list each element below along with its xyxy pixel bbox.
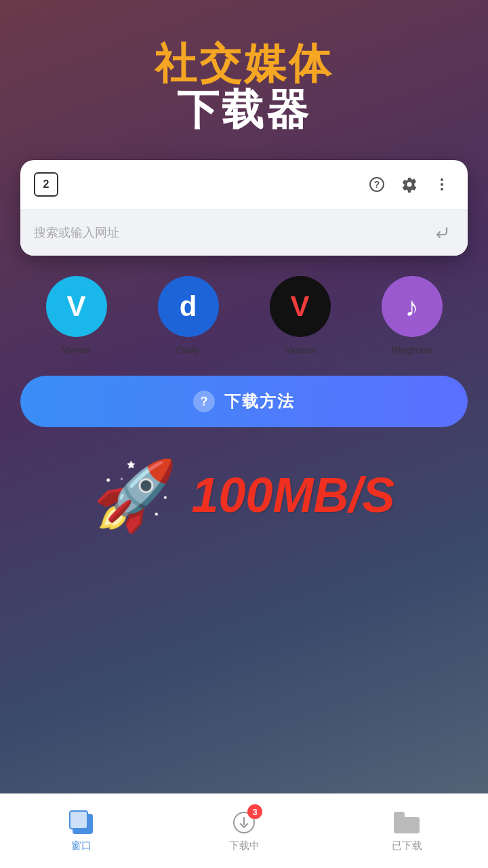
browser-toolbar: 2 ? [20, 160, 468, 209]
search-bar[interactable]: 搜索或输入网址 [20, 209, 468, 256]
daily-label: Daily [177, 344, 199, 355]
nav-downloading[interactable]: 3 下载中 [163, 803, 325, 859]
title-line1: 社交媒体 [14, 41, 474, 87]
videos-icon: V [270, 276, 331, 337]
download-help-icon: ? [193, 391, 215, 412]
downloaded-nav-label: 已下载 [392, 840, 422, 852]
svg-point-4 [441, 188, 443, 191]
svg-point-3 [441, 183, 443, 186]
settings-icon[interactable] [397, 172, 422, 197]
rocket-icon: 🚀 [93, 461, 178, 529]
title-line2: 下载器 [14, 87, 474, 133]
daily-icon: d [158, 276, 219, 337]
enter-icon [430, 220, 454, 245]
shortcut-ringtone[interactable]: ♪ Ringtone [382, 276, 443, 355]
windows-nav-icon [68, 810, 94, 835]
more-icon[interactable] [430, 172, 454, 197]
speed-text: 100MB/S [191, 467, 394, 523]
browser-card: 2 ? 搜索或输入网址 [20, 160, 468, 256]
shortcut-grid: V Vimeo d Daily V Videos ♪ Ringtone [0, 256, 488, 369]
nav-downloaded[interactable]: 已下载 [325, 803, 488, 859]
header-section: 社交媒体 下载器 [0, 0, 488, 153]
ringtone-label: Ringtone [391, 344, 432, 355]
bottom-nav: 窗口 3 下载中 已下载 [0, 793, 488, 868]
download-method-button[interactable]: ? 下载方法 [20, 376, 468, 427]
nav-windows[interactable]: 窗口 [0, 803, 163, 859]
ringtone-icon: ♪ [382, 276, 443, 337]
vimeo-label: Vimeo [62, 344, 90, 355]
help-icon[interactable]: ? [365, 172, 389, 197]
downloading-nav-label: 下载中 [229, 840, 260, 852]
svg-point-2 [441, 178, 443, 181]
downloading-nav-icon: 3 [231, 810, 257, 835]
download-method-label: 下载方法 [224, 391, 295, 412]
windows-nav-label: 窗口 [71, 840, 92, 852]
download-badge: 3 [247, 804, 262, 819]
shortcut-videos[interactable]: V Videos [270, 276, 331, 355]
search-placeholder[interactable]: 搜索或输入网址 [34, 224, 430, 241]
videos-label: Videos [285, 344, 316, 355]
tab-count-badge[interactable]: 2 [34, 172, 58, 197]
downloaded-nav-icon [394, 810, 420, 835]
vimeo-icon: V [46, 276, 107, 337]
shortcut-vimeo[interactable]: V Vimeo [46, 276, 107, 355]
shortcut-daily[interactable]: d Daily [158, 276, 219, 355]
svg-text:?: ? [374, 179, 380, 190]
promo-section: 🚀 100MB/S [0, 441, 488, 542]
